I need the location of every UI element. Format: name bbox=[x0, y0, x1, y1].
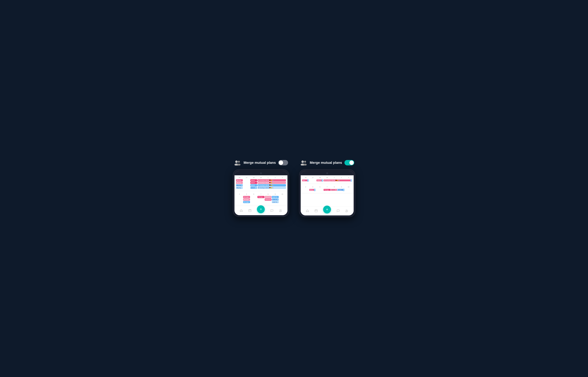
day-label: 29 bbox=[323, 176, 331, 179]
week2-section-right: 4 5 6 7 8 9 10 bbox=[301, 185, 354, 192]
empty-cell bbox=[257, 201, 265, 203]
week1-header-left: 26 27 28 29 1 2 3 bbox=[236, 176, 286, 179]
notch-left bbox=[252, 172, 270, 175]
day-label: 7 bbox=[257, 193, 265, 195]
empty-cell bbox=[250, 198, 257, 200]
event-pill: Laser tag ✨ bbox=[272, 201, 279, 203]
svg-point-13 bbox=[346, 211, 347, 212]
week1-section-left: 26 27 28 29 1 2 3 Wig night🌙 bbox=[234, 175, 288, 190]
day-label: 27 bbox=[243, 176, 250, 179]
day-label: 10 bbox=[279, 193, 286, 195]
phone-inner-left: 26 27 28 29 1 2 3 Wig night🌙 bbox=[234, 171, 288, 215]
day-label: 10 bbox=[345, 186, 352, 188]
event-pill: Wig night🐢 bbox=[236, 187, 243, 189]
day-label: 4 bbox=[302, 186, 309, 188]
event-row: Hot yoga Therapy 🤗 DISHOOM Laser tag ⚡ bbox=[236, 196, 286, 198]
empty-cell bbox=[265, 201, 272, 203]
event-row: Wig night🐢 debrief BF hunting in Berlin🇩… bbox=[236, 187, 286, 189]
merge-label-right: Merge mutual plans bbox=[310, 161, 342, 165]
empty-cell bbox=[243, 184, 250, 186]
event-row: Wig night🐢 debrief BF hunting in Berlin🇩… bbox=[236, 182, 286, 184]
day-label: 1 bbox=[265, 176, 272, 179]
day-label: 6 bbox=[316, 186, 323, 188]
day-label: 26 bbox=[236, 176, 243, 179]
day-label: 3 bbox=[279, 176, 286, 179]
empty-cell bbox=[257, 198, 265, 200]
empty-cell bbox=[250, 196, 257, 198]
people-icon-left[interactable] bbox=[279, 209, 282, 212]
users-icon-left bbox=[234, 160, 241, 165]
merged-event-dishoom: DISHOOM bbox=[331, 189, 338, 191]
merged-event-lasertag: Laser... bbox=[338, 189, 345, 191]
phone-left: 26 27 28 29 1 2 3 Wig night🌙 bbox=[233, 169, 289, 217]
merged-event-debrief: debrief bbox=[316, 179, 323, 182]
day-label: 28 bbox=[316, 176, 323, 179]
svg-point-9 bbox=[304, 161, 306, 163]
right-toggle-row: Merge mutual plans bbox=[300, 160, 354, 165]
empty-space-right bbox=[301, 194, 354, 206]
event-pill: Wig night🌙 bbox=[236, 179, 243, 181]
day-label: 5 bbox=[309, 186, 316, 188]
week1-events-left: Wig night🌙 debrief BF hunting in Berlin🇩… bbox=[236, 179, 286, 189]
event-row: Hot yoga DISHOOM Laser tag ✨ bbox=[236, 198, 286, 200]
camera-right bbox=[326, 172, 328, 174]
event-pill: DISHOOM bbox=[265, 196, 272, 198]
calendar-icon-right[interactable] bbox=[314, 209, 318, 212]
calendar-icon-left[interactable] bbox=[248, 209, 252, 212]
calendar-right: 26 27 28 29 1 2 3 bbox=[301, 175, 354, 215]
people-icon-right[interactable] bbox=[345, 209, 348, 212]
merged-event-bfhunting: BF hunting in Berlin🇩🇪😊🐘 bbox=[323, 179, 352, 182]
day-label: 7 bbox=[323, 186, 331, 188]
left-toggle-row: Merge mutual plans bbox=[234, 160, 288, 165]
empty-cell bbox=[279, 198, 286, 200]
empty-cell bbox=[250, 201, 257, 203]
event-pill: debrief bbox=[250, 184, 257, 186]
day-label: 28 bbox=[250, 176, 257, 179]
notch-right bbox=[319, 172, 336, 175]
day-label: 9 bbox=[272, 193, 279, 195]
day-label: 5 bbox=[243, 193, 250, 195]
notch-area-left bbox=[234, 171, 288, 175]
event-pill: Wig night🐢 bbox=[236, 184, 243, 186]
event-pill: BF hunting in Berlin🇩🇪😊🐘 bbox=[257, 184, 286, 186]
toggle-right[interactable] bbox=[345, 160, 354, 165]
add-button-left[interactable]: + bbox=[257, 205, 265, 213]
empty-cell bbox=[279, 196, 286, 198]
event-pill: Laser tag ⚡ bbox=[272, 196, 279, 198]
empty-cell bbox=[236, 196, 243, 198]
empty-cell bbox=[236, 201, 243, 203]
day-label: 1 bbox=[331, 176, 338, 179]
toggle-left[interactable] bbox=[278, 160, 288, 165]
add-button-right[interactable]: + bbox=[323, 206, 331, 213]
event-pill: BF hunting in Berlin🇩🇪😊🐘 bbox=[257, 187, 286, 189]
chat-icon-left[interactable] bbox=[270, 209, 274, 212]
week1-section-right: 26 27 28 29 1 2 3 bbox=[301, 175, 354, 183]
bottom-nav-right: + bbox=[301, 206, 354, 215]
day-label: 29 bbox=[257, 176, 265, 179]
svg-rect-11 bbox=[315, 210, 317, 212]
home-icon-left[interactable] bbox=[240, 209, 243, 212]
event-pill: DISHOOM bbox=[265, 198, 272, 200]
week-divider-right bbox=[301, 184, 354, 184]
left-panel: Merge mutual plans 26 bbox=[233, 160, 289, 217]
toggle-knob-left bbox=[279, 161, 283, 165]
event-row: wig ni... debrief bbox=[302, 179, 352, 182]
event-pill: debrief bbox=[250, 187, 257, 189]
event-pill: BF hunting in Berlin🇩🇪😊🐘 bbox=[257, 179, 286, 181]
week2-events-right: Hot y... Therapy 🤗 bbox=[302, 189, 352, 191]
event-pill: debrief bbox=[250, 182, 257, 184]
week2-header-left: 4 5 6 7 8 9 10 bbox=[236, 193, 286, 195]
empty-cell bbox=[279, 201, 286, 203]
chat-icon-right[interactable] bbox=[336, 209, 340, 212]
event-row: Wig night🌙 debrief BF hunting in Berlin🇩… bbox=[236, 179, 286, 181]
event-pill: Hot yoga bbox=[243, 196, 250, 198]
home-icon-right[interactable] bbox=[306, 209, 309, 212]
notch-area-right bbox=[301, 171, 354, 175]
week2-section-left: 4 5 6 7 8 9 10 Hot yoga bbox=[234, 192, 288, 204]
calendar-left: 26 27 28 29 1 2 3 Wig night🌙 bbox=[234, 175, 288, 215]
svg-rect-4 bbox=[249, 210, 251, 212]
event-pill: Hot yoga bbox=[243, 198, 250, 200]
merge-label-left: Merge mutual plans bbox=[243, 161, 276, 165]
svg-point-6 bbox=[279, 211, 281, 212]
camera-left bbox=[260, 172, 262, 174]
